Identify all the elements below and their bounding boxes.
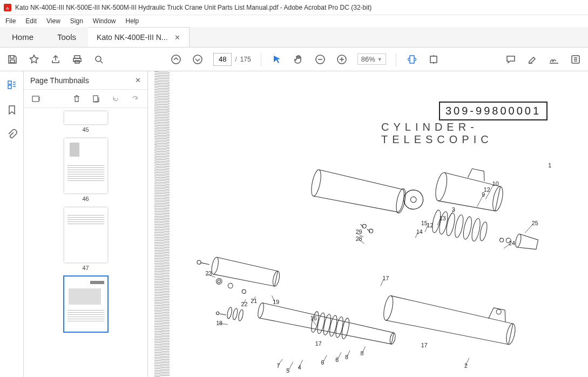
sign-icon[interactable] [548, 53, 560, 65]
svg-rect-16 [32, 96, 39, 102]
thumbnail-page[interactable]: 46 [64, 138, 107, 202]
menu-edit[interactable]: Edit [25, 17, 37, 25]
tab-home[interactable]: Home [0, 27, 45, 47]
svg-rect-14 [8, 81, 11, 84]
svg-point-54 [216, 312, 219, 315]
svg-point-28 [462, 216, 473, 240]
svg-text:18: 18 [216, 320, 222, 326]
svg-point-42 [242, 290, 246, 294]
thumbnails-panel-icon[interactable] [6, 79, 18, 91]
new-page-icon[interactable] [90, 93, 102, 105]
thumbnail-page[interactable]: 45 [64, 111, 107, 133]
svg-point-21 [410, 196, 417, 203]
svg-text:2: 2 [464, 362, 468, 369]
svg-text:12: 12 [484, 186, 490, 193]
tab-document[interactable]: Kato NK-400E-III N... ✕ [88, 27, 190, 47]
highlight-icon[interactable] [526, 53, 538, 65]
thumbnails-title: Page Thumbnails [30, 76, 89, 85]
svg-point-18 [309, 169, 322, 197]
svg-rect-4 [73, 58, 81, 62]
thumbnails-panel: Page Thumbnails ✕ 45 46 [24, 71, 148, 377]
find-icon[interactable] [93, 53, 105, 65]
thumbnail-number: 45 [82, 126, 89, 133]
menu-window[interactable]: Window [93, 17, 116, 25]
thumbnail-number: 47 [82, 265, 89, 271]
svg-text:8: 8 [345, 354, 348, 360]
main-toolbar: / 175 86% ▼ [0, 48, 588, 71]
tab-document-label: Kato NK-400E-III N... [97, 33, 168, 42]
page-down-icon[interactable] [192, 53, 204, 65]
thumbnails-list[interactable]: 45 46 47 [24, 108, 147, 377]
svg-point-22 [434, 172, 449, 202]
star-icon[interactable] [28, 53, 40, 65]
hand-pan-icon[interactable] [293, 53, 305, 65]
svg-text:17: 17 [383, 275, 389, 281]
more-tools-icon[interactable] [570, 53, 582, 65]
save-icon[interactable] [6, 53, 18, 65]
fit-width-icon[interactable] [406, 53, 418, 65]
svg-point-41 [227, 283, 233, 289]
thumbnail-page[interactable]: 47 [64, 207, 107, 271]
fit-page-icon[interactable] [428, 53, 440, 65]
menu-view[interactable]: View [46, 17, 60, 25]
svg-point-43 [257, 302, 265, 319]
svg-rect-11 [410, 56, 414, 63]
page-scan-artifact [154, 71, 170, 377]
svg-point-6 [96, 56, 101, 62]
rotate-ccw-icon[interactable] [110, 93, 121, 105]
toolbar-separator [396, 53, 396, 66]
toolbar-separator [261, 53, 261, 66]
pdf-file-icon: A [3, 3, 12, 12]
tab-close-icon[interactable]: ✕ [174, 33, 180, 42]
print-icon[interactable] [71, 53, 83, 65]
select-arrow-icon[interactable] [271, 53, 283, 65]
menu-help[interactable]: Help [126, 17, 139, 25]
svg-point-7 [172, 55, 180, 64]
page-up-icon[interactable] [170, 53, 182, 65]
delete-page-icon[interactable] [71, 93, 83, 105]
workspace: Page Thumbnails ✕ 45 46 [0, 71, 588, 377]
thumbnail-page-selected[interactable] [64, 277, 107, 332]
bookmark-panel-icon[interactable] [6, 104, 18, 116]
zoom-out-icon[interactable] [314, 53, 326, 65]
svg-point-35 [369, 229, 373, 233]
svg-point-36 [197, 260, 201, 264]
svg-text:1: 1 [548, 162, 551, 169]
svg-text:25: 25 [532, 220, 538, 226]
svg-text:15: 15 [421, 220, 428, 226]
thumbnail-number: 46 [82, 196, 89, 202]
close-panel-icon[interactable]: ✕ [135, 76, 141, 84]
svg-text:13: 13 [440, 215, 446, 221]
window-title: Kato NK-400E-III NK-500E-III NK-500M-III… [15, 4, 371, 11]
thumbnails-options-icon[interactable] [30, 93, 42, 105]
tab-tools[interactable]: Tools [45, 27, 88, 47]
menu-sign[interactable]: Sign [70, 17, 83, 25]
thumbnails-toolbar [24, 90, 147, 108]
zoom-level-dropdown[interactable]: 86% ▼ [357, 53, 386, 65]
svg-text:6: 6 [321, 359, 324, 366]
document-view[interactable]: 309-99800001 CYLINDER-TELESCOPIC [148, 71, 588, 377]
tab-bar: Home Tools Kato NK-400E-III N... ✕ [0, 27, 588, 48]
share-icon[interactable] [50, 53, 62, 65]
svg-point-57 [496, 309, 502, 315]
svg-point-53 [238, 309, 244, 321]
page-number-input[interactable] [213, 53, 232, 66]
svg-text:16: 16 [310, 315, 317, 321]
rotate-cw-icon[interactable] [129, 93, 141, 105]
svg-text:4: 4 [298, 364, 301, 371]
svg-text:23: 23 [206, 270, 212, 277]
svg-text:17: 17 [421, 342, 428, 348]
menu-file[interactable]: File [5, 17, 16, 25]
svg-text:6: 6 [335, 356, 339, 363]
comment-icon[interactable] [505, 53, 517, 65]
svg-text:28: 28 [356, 235, 362, 242]
svg-text:10: 10 [492, 180, 499, 187]
zoom-in-icon[interactable] [336, 53, 348, 65]
svg-point-39 [215, 278, 222, 285]
svg-point-55 [382, 295, 395, 321]
page-number-box: / 175 [213, 53, 251, 66]
zoom-level-value: 86% [361, 55, 375, 63]
attachments-panel-icon[interactable] [6, 129, 18, 140]
page-total: 175 [240, 56, 251, 63]
svg-point-33 [499, 238, 504, 242]
